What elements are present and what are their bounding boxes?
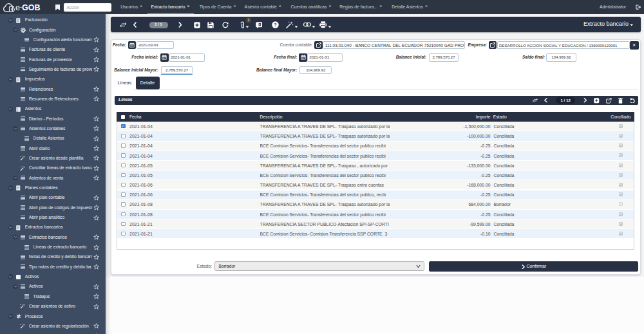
svg-text:?: ? [274, 22, 277, 28]
